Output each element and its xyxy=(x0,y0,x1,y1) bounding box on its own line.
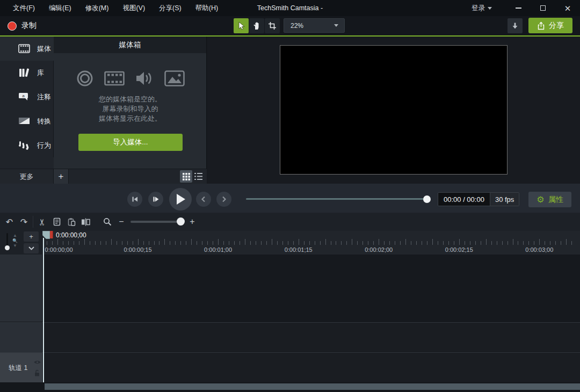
sidebar-item-annotations[interactable]: a 注释 xyxy=(0,85,54,109)
record-button[interactable]: 录制 xyxy=(4,18,40,33)
timeline-zoom-slider[interactable] xyxy=(130,221,183,223)
timeline-ruler[interactable]: ▲🔍▼ + 0:00:00;00 0:00:00;000:00:00;150:0… xyxy=(0,231,580,255)
maximize-icon xyxy=(540,5,546,11)
ruler-tick xyxy=(427,241,427,245)
select-tool-button[interactable] xyxy=(234,18,249,33)
sidebar-item-transitions[interactable]: 转换 xyxy=(0,109,54,133)
track-height-zoom-icon[interactable]: ▲🔍▼ xyxy=(12,233,18,251)
add-media-button[interactable]: + xyxy=(54,169,69,184)
ruler-tick xyxy=(266,241,267,245)
ruler-tick xyxy=(491,241,492,245)
ruler-tick xyxy=(250,241,251,245)
play-button[interactable] xyxy=(169,188,192,210)
library-icon xyxy=(18,68,30,77)
list-view-button[interactable] xyxy=(192,170,205,183)
ruler-tick xyxy=(218,239,219,245)
redo-button[interactable]: ↷ xyxy=(17,215,31,229)
sidebar-more-button[interactable]: 更多 xyxy=(0,169,54,184)
ruler-tick xyxy=(518,241,518,245)
ruler-tick xyxy=(256,241,256,245)
timeline-zoom-thumb[interactable] xyxy=(177,217,185,226)
share-button[interactable]: 分享 xyxy=(528,18,572,33)
ruler-tick xyxy=(84,239,85,245)
ruler-tick xyxy=(223,241,224,245)
previous-clip-button[interactable] xyxy=(196,192,211,207)
redo-icon: ↷ xyxy=(20,217,27,227)
audio-icon xyxy=(135,70,154,86)
magnifier-icon xyxy=(103,217,112,226)
timeline-hscroll-area xyxy=(0,382,580,392)
crop-tool-button[interactable] xyxy=(265,18,280,33)
download-button[interactable] xyxy=(508,18,523,33)
ruler-scale[interactable]: 0:00:00;00 0:00:00;000:00:00;150:00:01;0… xyxy=(43,231,580,255)
maximize-button[interactable] xyxy=(531,0,555,16)
split-button[interactable] xyxy=(78,215,93,229)
zoom-in-button[interactable]: + xyxy=(185,217,199,227)
seek-slider-thumb[interactable] xyxy=(423,195,431,203)
paste-button[interactable] xyxy=(64,215,78,229)
play-icon xyxy=(175,193,186,205)
menu-item-2[interactable]: 修改(M) xyxy=(85,4,109,13)
record-label: 录制 xyxy=(21,21,37,31)
step-forward-button[interactable] xyxy=(148,192,163,207)
ruler-tick xyxy=(411,241,411,245)
menu-item-4[interactable]: 分享(S) xyxy=(159,4,182,13)
ruler-tick xyxy=(180,241,181,245)
track-row-1[interactable]: 轨道 1 xyxy=(0,352,580,382)
ruler-tick xyxy=(502,241,503,245)
timeline-body[interactable]: 轨道 1 xyxy=(0,255,580,392)
sidebar-item-library[interactable]: 库 xyxy=(0,61,54,85)
copy-button[interactable] xyxy=(49,215,64,229)
sidebar-item-label: 行为 xyxy=(37,141,51,150)
track-1-name: 轨道 1 xyxy=(9,364,27,373)
menu-item-0[interactable]: 文件(F) xyxy=(13,4,35,13)
timeline-zoom-button[interactable] xyxy=(100,215,114,229)
share-icon xyxy=(537,21,545,30)
ruler-tick xyxy=(74,241,74,245)
menu-item-5[interactable]: 帮助(H) xyxy=(195,4,218,13)
fps-display[interactable]: 30 fps xyxy=(490,193,519,206)
track-height-thumb[interactable] xyxy=(5,245,10,250)
seek-slider-track[interactable] xyxy=(246,198,430,200)
menu-item-1[interactable]: 编辑(E) xyxy=(49,4,71,13)
login-menu[interactable]: 登录 xyxy=(472,4,492,13)
ruler-label: 0:00:03;00 xyxy=(525,246,553,253)
timeline-hscrollbar[interactable] xyxy=(45,383,580,390)
import-media-button[interactable]: 导入媒体... xyxy=(78,134,183,151)
close-button[interactable]: ✕ xyxy=(555,0,580,16)
track-options-button[interactable] xyxy=(24,243,39,253)
sidebar-item-behaviors[interactable]: 行为 xyxy=(0,133,54,157)
track-visibility-icon[interactable] xyxy=(34,360,41,365)
next-clip-button[interactable] xyxy=(216,192,231,207)
playhead-out-handle[interactable] xyxy=(50,231,53,238)
add-track-button[interactable]: + xyxy=(24,231,39,242)
preview-canvas[interactable] xyxy=(280,45,508,175)
empty-text-line2: 屏幕录制和导入的 xyxy=(54,104,207,114)
sidebar-item-media[interactable]: 媒体 xyxy=(0,37,54,61)
undo-button[interactable]: ↶ xyxy=(2,215,17,229)
crop-icon xyxy=(268,21,277,30)
step-backward-button[interactable] xyxy=(127,192,142,207)
empty-text-line3: 媒体将显示在此处。 xyxy=(54,114,207,124)
track-lock-icon[interactable] xyxy=(34,369,40,376)
split-icon xyxy=(81,218,90,226)
empty-track-row[interactable] xyxy=(0,322,580,352)
canvas-zoom-dropdown[interactable]: 22% xyxy=(284,18,345,33)
menu-bar: 文件(F)编辑(E)修改(M)视图(V)分享(S)帮助(H) xyxy=(0,4,218,13)
media-icon xyxy=(18,44,30,53)
playhead-line[interactable] xyxy=(43,238,44,382)
ruler-tick xyxy=(373,241,374,245)
grid-view-button[interactable] xyxy=(180,170,192,183)
menu-item-3[interactable]: 视图(V) xyxy=(122,4,145,13)
paste-icon xyxy=(67,217,76,226)
cut-button[interactable]: ✂ xyxy=(35,215,49,229)
pan-tool-button[interactable] xyxy=(249,18,264,33)
ruler-tick xyxy=(52,241,53,245)
minimize-button[interactable] xyxy=(506,0,531,16)
properties-button[interactable]: ⚙ 属性 xyxy=(528,192,571,207)
timeline-left-controls: ▲🔍▼ + xyxy=(0,231,42,255)
track-1-header[interactable]: 轨道 1 xyxy=(0,353,42,383)
ruler-tick xyxy=(486,239,487,245)
zoom-out-button[interactable]: − xyxy=(114,217,128,227)
ruler-tick xyxy=(175,241,176,245)
